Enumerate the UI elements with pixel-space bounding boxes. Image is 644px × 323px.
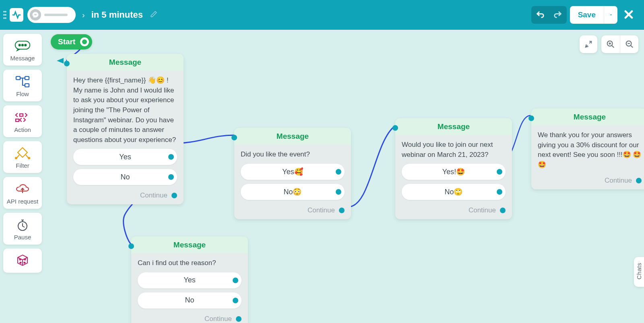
connection-port[interactable] <box>64 61 70 66</box>
start-label: Start <box>58 37 75 46</box>
option-no[interactable]: No🙄 <box>402 184 506 200</box>
continue-row[interactable]: Continue <box>531 174 644 189</box>
continue-row[interactable]: Continue <box>67 189 184 204</box>
svg-point-23 <box>24 262 25 263</box>
svg-point-20 <box>19 259 21 260</box>
svg-rect-12 <box>16 76 20 80</box>
option-no[interactable]: No😳 <box>241 184 345 200</box>
option-yes[interactable]: Yes🥰 <box>241 164 345 180</box>
connection-port[interactable] <box>233 278 238 283</box>
svg-point-11 <box>25 44 26 46</box>
save-button[interactable]: Save <box>570 6 604 24</box>
save-dropdown-button[interactable] <box>604 6 617 24</box>
tool-action[interactable]: Action <box>3 105 42 137</box>
channel-name-redacted <box>44 14 68 16</box>
option-no[interactable]: No <box>138 292 242 309</box>
save-button-group: Save <box>570 6 617 24</box>
message-text: Did you like the event? <box>241 150 345 160</box>
flow-canvas[interactable]: Start Message Hey there {{first_name}} 👋… <box>0 30 644 323</box>
dice-icon <box>16 254 29 267</box>
connection-port[interactable] <box>236 316 242 322</box>
svg-point-0 <box>3 11 5 12</box>
drag-handle-icon[interactable] <box>2 4 7 26</box>
channel-chip[interactable] <box>27 7 76 23</box>
chats-tab-label: Chats <box>636 263 642 280</box>
option-yes[interactable]: Yes <box>73 149 177 165</box>
connection-port[interactable] <box>336 169 341 175</box>
tool-flow[interactable]: Flow <box>3 70 42 101</box>
pause-icon <box>17 218 29 231</box>
node-title: Message <box>67 54 184 71</box>
option-yes[interactable]: Yes <box>138 272 242 288</box>
continue-row[interactable]: Continue <box>234 204 351 219</box>
connection-port[interactable] <box>497 169 502 175</box>
svg-point-1 <box>5 11 6 12</box>
undo-redo-group <box>531 6 567 24</box>
message-node[interactable]: Message Hey there {{first_name}} 👋😊 ! My… <box>67 54 184 204</box>
connection-port[interactable] <box>497 189 502 195</box>
connection-port[interactable] <box>233 298 238 303</box>
filter-icon <box>14 147 31 160</box>
connection-port[interactable] <box>336 189 341 195</box>
redo-button[interactable] <box>549 6 567 24</box>
svg-point-2 <box>3 14 5 16</box>
tool-pause[interactable]: Pause <box>3 213 42 245</box>
start-node[interactable]: Start <box>51 34 92 49</box>
svg-rect-13 <box>25 76 29 80</box>
close-button[interactable] <box>621 6 637 24</box>
svg-line-29 <box>630 45 633 48</box>
connection-port[interactable] <box>339 208 345 213</box>
undo-button[interactable] <box>531 6 549 24</box>
connection-port[interactable] <box>636 178 642 183</box>
tool-random[interactable] <box>3 249 42 273</box>
breadcrumb-separator: › <box>82 10 85 20</box>
messenger-icon <box>30 9 41 21</box>
message-text: We thank you for your answers giving you… <box>538 130 642 170</box>
connection-port[interactable] <box>528 115 534 121</box>
connection-port[interactable] <box>128 243 134 249</box>
zoom-group <box>601 35 638 53</box>
auto-layout-button[interactable] <box>580 35 597 53</box>
pencil-icon[interactable] <box>150 10 157 19</box>
zoom-out-button[interactable] <box>620 35 638 53</box>
svg-point-3 <box>5 14 6 16</box>
message-text: Would you like to join our next webinar … <box>402 140 506 160</box>
message-text: Hey there {{first_name}} 👋😊 ! My name is… <box>73 76 177 145</box>
flow-icon <box>15 75 30 88</box>
tool-message[interactable]: Message <box>3 34 42 66</box>
message-node[interactable]: Message Can i find out the reason? Yes N… <box>131 237 248 323</box>
zoom-in-button[interactable] <box>601 35 620 53</box>
tool-api-request[interactable]: API request <box>3 177 42 209</box>
connection-port[interactable] <box>80 37 89 46</box>
option-yes[interactable]: Yes!🤩 <box>402 164 506 180</box>
tool-label: Message <box>10 55 35 62</box>
message-node[interactable]: Message Would you like to join our next … <box>395 118 512 219</box>
continue-row[interactable]: Continue <box>131 313 248 323</box>
app-header: › in 5 minutes Save <box>0 0 644 30</box>
continue-row[interactable]: Continue <box>395 204 512 219</box>
message-icon <box>14 39 31 52</box>
svg-line-25 <box>612 45 614 48</box>
message-node[interactable]: Message We thank you for your answers gi… <box>531 109 644 189</box>
chats-tab[interactable]: Chats <box>634 257 644 287</box>
connection-port[interactable] <box>171 193 177 198</box>
svg-marker-31 <box>57 58 64 64</box>
tool-label: Action <box>14 126 31 133</box>
node-title: Message <box>531 109 644 125</box>
api-icon <box>16 183 29 195</box>
connection-port[interactable] <box>231 135 237 140</box>
action-icon <box>14 111 31 124</box>
brand-logo[interactable] <box>10 8 23 22</box>
svg-point-4 <box>3 17 5 19</box>
connection-port[interactable] <box>168 174 174 180</box>
connection-port[interactable] <box>500 208 506 213</box>
node-title: Message <box>234 128 351 145</box>
tool-filter[interactable]: Filter <box>3 141 42 173</box>
connection-port[interactable] <box>392 125 398 131</box>
connection-port[interactable] <box>168 154 174 160</box>
message-node[interactable]: Message Did you like the event? Yes🥰 No😳… <box>234 128 351 219</box>
option-no[interactable]: No <box>73 169 177 185</box>
tool-label: Flow <box>16 91 29 97</box>
svg-point-22 <box>20 262 21 263</box>
flow-name: in 5 minutes <box>91 10 143 20</box>
